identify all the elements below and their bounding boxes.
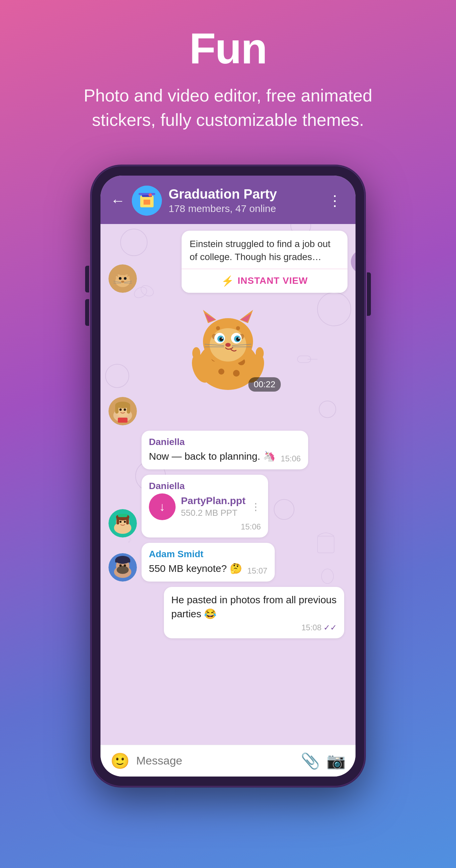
svg-point-98 — [124, 564, 126, 566]
svg-point-32 — [124, 277, 126, 280]
message-input[interactable] — [136, 754, 294, 767]
svg-rect-48 — [246, 356, 255, 363]
chat-input-bar: 🙂 📎 📷 — [100, 745, 356, 777]
phone-frame: ♪ ♫ ← — [91, 165, 365, 786]
svg-point-58 — [216, 326, 220, 330]
blonde-avatar — [109, 397, 137, 425]
more-button[interactable]: ⋮ — [324, 189, 345, 212]
out-time-row: 15:08 ✓✓ — [171, 623, 337, 632]
sticker-message: 00:22 — [109, 298, 347, 398]
group-avatar-img — [132, 186, 162, 216]
attach-button[interactable]: 📎 — [301, 752, 320, 770]
instant-view-label: INSTANT VIEW — [238, 275, 308, 286]
msg-sender-daniella: Daniella — [149, 437, 301, 447]
svg-point-23 — [149, 193, 152, 197]
outgoing-message: He pasted in photos from all previous pa… — [164, 587, 344, 638]
svg-rect-90 — [118, 514, 127, 517]
sticker-timer: 00:22 — [248, 377, 281, 392]
svg-point-68 — [225, 343, 231, 347]
svg-point-31 — [119, 277, 122, 280]
daniella-msg-row: Daniella Now — back to planning. 🦄 15:06 — [109, 431, 347, 469]
file-time-row: 15:06 — [149, 522, 261, 531]
svg-point-43 — [233, 370, 240, 377]
group-avatar — [132, 186, 162, 216]
chat-header: ← Graduation Party 178 members, 47 onlin — [100, 176, 356, 224]
msg-text-adam: 550 MB keynote? 🤔 — [149, 561, 242, 576]
file-header: ↓ PartyPlan.ppt 550.2 MB PPT ⋮ — [149, 493, 261, 520]
forward-button[interactable]: ↪ — [351, 250, 356, 273]
sticker-spacer — [142, 422, 347, 425]
svg-point-89 — [124, 521, 126, 523]
msg-text-daniella: Now — back to planning. 🦄 — [149, 450, 275, 463]
group-meta: 178 members, 47 online — [169, 203, 317, 214]
chat-messages: Einstein struggled to find a job out of … — [100, 224, 356, 645]
group-name: Graduation Party — [169, 187, 317, 202]
svg-point-94 — [117, 566, 129, 574]
article-message-row: Einstein struggled to find a job out of … — [109, 231, 347, 293]
phone-screen: ♪ ♫ ← — [100, 176, 356, 777]
msg-text-out: He pasted in photos from all previous pa… — [171, 593, 337, 621]
user-avatar-blonde — [109, 397, 137, 425]
svg-rect-77 — [115, 404, 119, 414]
page-title: Fun — [13, 27, 443, 70]
sticker-avatar-row — [109, 397, 347, 425]
msg-content: Now — back to planning. 🦄 15:06 — [149, 450, 301, 463]
svg-point-33 — [121, 281, 124, 283]
svg-point-46 — [192, 347, 200, 359]
file-sender: Daniella — [149, 481, 261, 491]
msg-time-adam: 15:07 — [247, 566, 267, 576]
user-avatar-adam — [109, 553, 137, 582]
svg-point-59 — [236, 326, 240, 330]
file-info: PartyPlan.ppt 550.2 MB PPT — [181, 495, 245, 518]
user-avatar-cat — [109, 265, 137, 293]
daniella-message: Daniella Now — back to planning. 🦄 15:06 — [142, 431, 308, 469]
msg-sender-adam: Adam Smidt — [149, 549, 267, 560]
instant-view-button[interactable]: ⚡ INSTANT VIEW — [182, 269, 347, 293]
out-time: 15:08 — [301, 623, 322, 632]
svg-point-97 — [120, 564, 122, 566]
file-name: PartyPlan.ppt — [181, 495, 245, 506]
emoji-button[interactable]: 🙂 — [111, 752, 129, 770]
daniella-avatar — [109, 509, 137, 537]
file-time: 15:06 — [241, 522, 261, 531]
svg-point-67 — [238, 338, 240, 339]
cat-avatar-img — [109, 265, 137, 293]
read-receipts: ✓✓ — [324, 623, 337, 632]
adam-message: Adam Smidt 550 MB keynote? 🤔 15:07 — [142, 543, 275, 582]
svg-rect-78 — [127, 404, 130, 414]
article-preview-text: Einstein struggled to find a job out of … — [182, 231, 347, 269]
svg-point-49 — [256, 347, 264, 359]
user-avatar-daniella — [109, 509, 137, 537]
svg-rect-96 — [115, 559, 130, 562]
article-bubble: Einstein struggled to find a job out of … — [182, 231, 347, 293]
adam-avatar — [109, 553, 137, 582]
file-size: 550.2 MB PPT — [181, 508, 245, 518]
phone-wrapper: ♪ ♫ ← — [91, 165, 365, 786]
svg-rect-81 — [118, 417, 127, 423]
msg-time-daniella: 15:06 — [281, 454, 301, 463]
camera-button[interactable]: 📷 — [327, 752, 345, 770]
header-section: Fun Photo and video editor, free animate… — [0, 0, 456, 146]
outgoing-content: He pasted in photos from all previous pa… — [171, 593, 337, 621]
svg-point-80 — [124, 408, 126, 411]
svg-point-88 — [120, 521, 122, 523]
lightning-icon: ⚡ — [221, 275, 234, 287]
group-info: Graduation Party 178 members, 47 online — [169, 187, 317, 214]
svg-point-79 — [120, 408, 122, 411]
file-more-button[interactable]: ⋮ — [251, 501, 261, 513]
outgoing-msg-row: He pasted in photos from all previous pa… — [109, 587, 344, 638]
back-button[interactable]: ← — [111, 192, 125, 209]
svg-point-42 — [218, 369, 224, 375]
file-download-icon[interactable]: ↓ — [149, 493, 176, 520]
svg-rect-24 — [144, 199, 150, 205]
page-subtitle: Photo and video editor, free animated st… — [78, 84, 378, 132]
file-msg-row: Daniella ↓ PartyPlan.ppt 550.2 MB PPT ⋮ … — [109, 475, 347, 537]
file-message: Daniella ↓ PartyPlan.ppt 550.2 MB PPT ⋮ … — [142, 475, 268, 537]
adam-msg-row: Adam Smidt 550 MB keynote? 🤔 15:07 — [109, 543, 347, 582]
svg-rect-22 — [139, 193, 155, 195]
adam-msg-content: 550 MB keynote? 🤔 15:07 — [149, 561, 267, 576]
svg-point-66 — [222, 338, 223, 339]
